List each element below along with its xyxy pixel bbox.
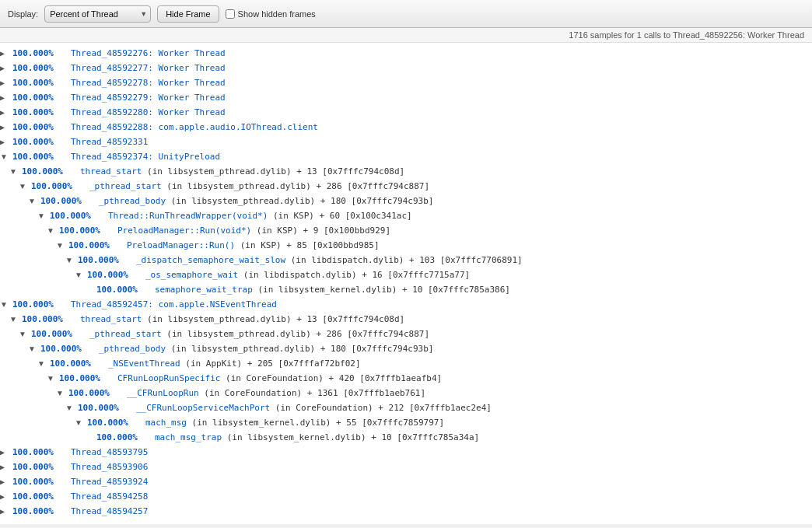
percent-value: 100.000% (12, 150, 71, 163)
table-row[interactable]: 100.000% __CFRunLoopServiceMachPort (in … (0, 400, 812, 415)
tree-toggle-icon[interactable] (0, 121, 9, 134)
row-content: 100.000% Thread_48592280: Worker Thread (9, 106, 226, 119)
table-row[interactable]: 100.000% Thread_48594258 (0, 489, 812, 504)
table-row[interactable]: 100.000% PreloadManager::Run(void*) (in … (0, 223, 812, 238)
table-row[interactable]: 100.000% Thread_48593795 (0, 445, 812, 460)
show-hidden-checkbox[interactable] (226, 9, 235, 19)
table-row[interactable]: 100.000% __CFRunLoopRun (in CoreFoundati… (0, 386, 812, 400)
table-row[interactable]: 100.000% _pthread_start (in libsystem_pt… (0, 179, 812, 194)
tree-toggle-icon[interactable] (0, 76, 9, 89)
tree-toggle-icon[interactable] (0, 460, 9, 474)
percent-value: 100.000% (59, 224, 117, 237)
tree-toggle-icon[interactable] (0, 135, 9, 149)
symbol-detail: (in libsystem_pthread.dylib) + 286 [0x7f… (166, 181, 429, 191)
percent-value: 100.000% (87, 416, 145, 429)
percent-value: 100.000% (12, 91, 71, 104)
symbol-name: __CFRunLoopServiceMachPort (136, 403, 275, 413)
table-row[interactable]: 100.000% mach_msg (in libsystem_kernel.d… (0, 415, 812, 430)
display-select[interactable]: Percent of Thread Percent of All Threads… (44, 5, 151, 23)
table-row[interactable]: 100.000% Thread_48592280: Worker Thread (0, 105, 812, 120)
table-row[interactable]: 100.000% _pthread_body (in libsystem_pth… (0, 194, 812, 208)
tree-toggle-icon[interactable] (0, 47, 9, 60)
tree-toggle-icon[interactable] (75, 268, 84, 281)
table-row[interactable]: 100.000% Thread_48592288: com.apple.audi… (0, 120, 812, 135)
symbol-detail: (in libdispatch.dylib) + 16 [0x7fffc7715… (243, 270, 470, 280)
table-row[interactable]: 100.000% Thread_48592374: UnityPreload (0, 149, 812, 164)
function-name: Thread_48592331 (71, 137, 148, 147)
tree-toggle-icon[interactable] (9, 313, 19, 326)
table-row[interactable]: 100.000% thread_start (in libsystem_pthr… (0, 164, 812, 179)
table-row[interactable]: 100.000% Thread_48593906 (0, 460, 812, 474)
tree-toggle-icon[interactable] (47, 224, 56, 237)
function-name: Thread_48594257 (71, 506, 148, 516)
show-hidden-label[interactable]: Show hidden frames (226, 9, 316, 19)
row-content: 100.000% semaphore_wait_trap (in libsyst… (93, 283, 510, 296)
percent-value: 100.000% (96, 283, 155, 296)
symbol-detail: (in libsystem_pthread.dylib) + 13 [0x7ff… (147, 166, 404, 177)
percent-value: 100.000% (12, 298, 71, 311)
percent-value: 100.000% (78, 401, 136, 414)
tree-toggle-icon[interactable] (56, 386, 65, 400)
percent-value: 100.000% (12, 47, 71, 60)
row-content: 100.000% _pthread_start (in libsystem_pt… (28, 180, 429, 193)
function-name: Thread_48593795 (71, 447, 148, 457)
percent-value: 100.000% (68, 386, 127, 400)
table-row[interactable]: 100.000% Thread_48592331 (0, 135, 812, 149)
tree-toggle-icon[interactable] (0, 490, 9, 503)
tree-toggle-icon[interactable] (19, 327, 28, 341)
row-content: 100.000% Thread_48592277: Worker Thread (9, 61, 226, 75)
tree-toggle-icon[interactable] (75, 416, 84, 429)
tree-toggle-icon[interactable] (47, 372, 56, 385)
tree-toggle-icon[interactable] (37, 209, 47, 222)
percent-value: 100.000% (78, 254, 136, 267)
table-row[interactable]: 100.000% CFRunLoopRunSpecific (in CoreFo… (0, 371, 812, 386)
table-row[interactable]: 100.000% _pthread_start (in libsystem_pt… (0, 327, 812, 341)
tree-toggle-icon[interactable] (0, 298, 9, 311)
tree-toggle-icon[interactable] (9, 165, 19, 178)
tree-toggle-icon[interactable] (28, 194, 37, 208)
row-content: 100.000% Thread_48593795 (9, 446, 148, 459)
row-content: 100.000% _pthread_body (in libsystem_pth… (37, 194, 433, 208)
table-row[interactable]: 100.000% Thread_48592457: com.apple.NSEv… (0, 297, 812, 312)
percent-value: 100.000% (12, 106, 71, 119)
hide-frame-button[interactable]: Hide Frame (157, 5, 219, 23)
table-row[interactable]: 100.000% _NSEventThread (in AppKit) + 20… (0, 356, 812, 371)
row-content: 100.000% Thread_48592279: Worker Thread (9, 91, 226, 104)
tree-toggle-icon[interactable] (0, 61, 9, 75)
tree-toggle-icon[interactable] (65, 401, 75, 414)
symbol-name: thread_start (80, 166, 147, 177)
tree-toggle-icon[interactable] (0, 91, 9, 104)
tree-toggle-icon[interactable] (65, 254, 75, 267)
tree-toggle-icon[interactable] (0, 475, 9, 488)
tree-toggle-icon[interactable] (56, 239, 65, 252)
tree-toggle-icon[interactable] (19, 180, 28, 193)
table-row[interactable]: 100.000% _pthread_body (in libsystem_pth… (0, 341, 812, 356)
table-row[interactable]: 100.000% Thread_48592276: Worker Thread (0, 46, 812, 61)
tree-toggle-icon[interactable] (0, 150, 9, 163)
table-row[interactable]: 100.000% thread_start (in libsystem_pthr… (0, 312, 812, 327)
toolbar: Display: Percent of Thread Percent of Al… (0, 0, 812, 28)
tree-toggle-icon[interactable] (28, 342, 37, 355)
row-content: 100.000% Thread_48592331 (9, 135, 148, 149)
tree-toggle-icon[interactable] (0, 505, 9, 518)
tree-toggle-icon[interactable] (0, 106, 9, 119)
table-row[interactable]: 100.000% Thread_48592277: Worker Thread (0, 61, 812, 75)
table-row[interactable]: 100.000% PreloadManager::Run() (in KSP) … (0, 238, 812, 253)
table-row[interactable]: 100.000% Thread_48594257 (0, 504, 812, 519)
symbol-name: mach_msg_trap (155, 432, 227, 442)
table-row[interactable]: 100.000% Thread::RunThreadWrapper(void*)… (0, 208, 812, 223)
row-content: 100.000% __CFRunLoopServiceMachPort (in … (75, 401, 492, 414)
table-row[interactable]: 100.000% mach_msg_trap (in libsystem_ker… (0, 430, 812, 445)
function-name: Thread_48592276: Worker Thread (71, 48, 226, 58)
table-row[interactable]: 100.000% _dispatch_semaphore_wait_slow (… (0, 253, 812, 267)
table-row[interactable]: 100.000% Thread_48592278: Worker Thread (0, 75, 812, 90)
table-row[interactable]: 100.000% Thread_48593924 (0, 474, 812, 489)
table-row[interactable]: 100.000% Thread_48592279: Worker Thread (0, 90, 812, 105)
tree-toggle-icon[interactable] (37, 357, 47, 370)
display-label: Display: (8, 9, 38, 19)
tree-toggle-icon[interactable] (0, 446, 9, 459)
table-row[interactable]: 100.000% semaphore_wait_trap (in libsyst… (0, 282, 812, 297)
symbol-detail: (in CoreFoundation) + 420 [0x7fffb1aeafb… (226, 373, 442, 383)
table-row[interactable]: 100.000% _os_semaphore_wait (in libdispa… (0, 267, 812, 282)
row-content: 100.000% PreloadManager::Run(void*) (in … (56, 224, 390, 237)
